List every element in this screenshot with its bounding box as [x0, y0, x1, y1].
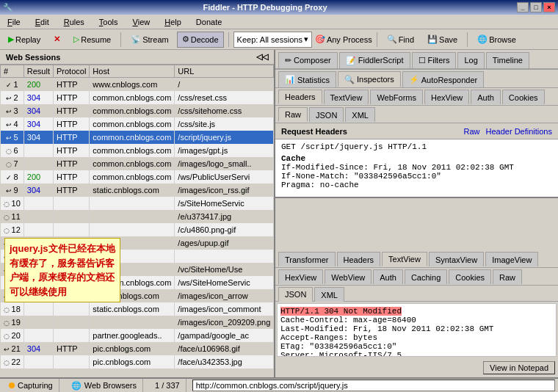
autoresponder-icon: ⚡ [409, 75, 419, 84]
subtab-auth[interactable]: Auth [471, 90, 501, 104]
table-row[interactable]: ✓ 1200HTTPwww.cnblogs.com/ [1, 78, 274, 91]
titlebar-title: Fiddler - HTTP Debugging Proxy [203, 3, 327, 12]
table-row[interactable]: ↩ 5304HTTPcommon.cnblogs.com/script/jque… [1, 131, 274, 144]
decode-button[interactable]: ⚙ Decode [177, 32, 224, 48]
table-row[interactable]: ◌ 20partner.googleads../gampad/google_ac [1, 329, 274, 342]
titlebar-icon: 🔧 [3, 3, 13, 12]
col-header-result[interactable]: Result [23, 65, 53, 78]
table-row[interactable]: ↩ 2304HTTPcommon.cnblogs.com/css/reset.c… [1, 91, 274, 104]
response-raw-tab-row: JSON XML [275, 286, 558, 302]
subtab-caching[interactable]: Caching [405, 269, 447, 284]
tab-inspectors[interactable]: 🔍 Inspectors [338, 71, 401, 87]
resume-button[interactable]: ▷ Resume [68, 32, 116, 48]
menu-tools[interactable]: Tools [95, 16, 123, 28]
main-tab-row: ✏ Composer 📝 FiddlerScript ☐ Filters Log… [275, 50, 558, 69]
table-row[interactable]: ✓ 8200HTTPcommon.cnblogs.com/ws/PublicUs… [1, 170, 274, 184]
window-controls[interactable]: _ □ × [517, 2, 555, 12]
subtab-json[interactable]: JSON [309, 107, 344, 122]
subtab-hexview[interactable]: HexView [424, 90, 469, 104]
subtab-transformer[interactable]: Transformer [278, 252, 336, 266]
table-row[interactable]: ◌ 18static.cnblogs.com/images/icon_commo… [1, 302, 274, 316]
browser-label: Web Browsers [84, 381, 137, 390]
replay-icon: ▶ [8, 35, 14, 44]
x-icon: ✕ [54, 35, 60, 44]
maximize-button[interactable]: □ [530, 2, 542, 12]
subtab-cookies[interactable]: Cookies [502, 90, 545, 104]
subtab-webview2[interactable]: WebView [325, 269, 372, 284]
replay-button[interactable]: ▶ Replay [3, 32, 46, 48]
menu-edit[interactable]: Edit [31, 16, 54, 28]
sessions-data-table: # Result Protocol Host URL ✓ 1200HTTPwww… [0, 65, 274, 369]
collapse-icon[interactable]: ◁◁ [256, 52, 268, 62]
raw-link[interactable]: Raw [463, 127, 479, 136]
subtab-webforms[interactable]: WebForms [370, 90, 423, 104]
table-row[interactable]: ↩ 4304HTTPcommon.cnblogs.com/css/site.js [1, 117, 274, 131]
table-row[interactable]: ◌ 6HTTPcommon.cnblogs.com/images/gpt.js [1, 144, 274, 157]
subtab-xml[interactable]: XML [345, 107, 375, 122]
menu-rules[interactable]: Rules [59, 16, 89, 28]
tab-filters[interactable]: ☐ Filters [412, 52, 457, 68]
subtab-hexview2[interactable]: HexView [278, 269, 323, 284]
page-info: 1 / 337 [149, 379, 186, 392]
table-row[interactable]: ↩ 21304HTTPpic.cnblogs.com/face/u106968.… [1, 342, 274, 355]
left-panel: Web Sessions ◁◁ # Result Protocol Host U… [0, 50, 275, 377]
menu-view[interactable]: View [128, 16, 155, 28]
cache-item-3: Pragma: no-cache [281, 181, 552, 189]
response-line-4: Accept-Ranges: bytes [280, 333, 553, 342]
resp-tab-xml[interactable]: XML [314, 287, 344, 302]
tab-statistics[interactable]: 📊 Statistics [278, 71, 336, 87]
right-bottom-area: Transformer Headers TextView SyntaxView … [275, 250, 558, 377]
menu-help[interactable]: Help [160, 16, 186, 28]
table-row[interactable]: ◌ 22pic.cnblogs.com/face/u342353.jpg [1, 355, 274, 369]
subtab-imageview[interactable]: ImageView [485, 252, 538, 266]
find-button[interactable]: 🔍 Find [382, 32, 419, 48]
subtab-textview[interactable]: TextView [324, 90, 369, 104]
save-button[interactable]: 💾 Save [422, 32, 463, 48]
keep-sessions-dropdown[interactable]: Keep: All sessions ▾ [233, 32, 312, 48]
sessions-table[interactable]: # Result Protocol Host URL ✓ 1200HTTPwww… [0, 65, 274, 377]
remove-button[interactable]: ✕ [48, 32, 65, 48]
view-notepad-button[interactable]: View in Notepad [483, 361, 555, 374]
notepad-btn-row: View in Notepad [275, 358, 558, 377]
tab-timeline[interactable]: Timeline [486, 52, 529, 68]
subtab-headers2[interactable]: Headers [337, 252, 381, 266]
minimize-button[interactable]: _ [517, 2, 529, 12]
col-header-url[interactable]: URL [175, 65, 274, 78]
resume-icon: ▷ [73, 35, 79, 44]
resp-tab-json[interactable]: JSON [278, 287, 313, 302]
process-selector[interactable]: 🎯 Any Process [315, 35, 372, 44]
cache-item-1: If-Modified-Since: Fri, 18 Nov 2011 02:0… [281, 163, 552, 172]
raw-subtab-row: Raw JSON XML [275, 106, 558, 123]
table-row[interactable]: ◌ 19/images/icon_209209.png [1, 316, 274, 329]
header-defs-link[interactable]: Header Definitions [486, 127, 553, 136]
table-row[interactable]: ◌ 12/c/u4860.png-gif [1, 223, 274, 236]
table-row[interactable]: ◌ 7HTTPcommon.cnblogs.com/images/logo_sm… [1, 157, 274, 170]
table-row[interactable]: ↩ 9304HTTPstatic.cnblogs.com/images/icon… [1, 184, 274, 197]
tab-log[interactable]: Log [457, 52, 484, 68]
tab-composer[interactable]: ✏ Composer [278, 52, 338, 68]
stream-button[interactable]: 📡 Stream [126, 32, 173, 48]
filters-checkbox-icon: ☐ [418, 56, 426, 65]
table-row[interactable]: ↩ 3304HTTPcommon.cnblogs.com/css/sitehom… [1, 104, 274, 117]
table-row[interactable]: ◌ 11/e/u373417.jpg [1, 210, 274, 223]
browse-button[interactable]: 🌐 Browse [472, 32, 521, 48]
composer-icon: ✏ [285, 56, 291, 65]
subtab-cookies2[interactable]: Cookies [449, 269, 491, 284]
col-header-num[interactable]: # [1, 65, 24, 78]
subtab-syntaxview[interactable]: SyntaxView [429, 252, 484, 266]
col-header-protocol[interactable]: Protocol [53, 65, 89, 78]
subtab-textview2[interactable]: TextView [382, 252, 427, 266]
close-button[interactable]: × [543, 2, 555, 12]
menu-donate[interactable]: Donate [192, 16, 226, 28]
subtab-headers[interactable]: Headers [278, 90, 322, 104]
table-row[interactable]: ◌ 10/s/SiteHomeServic [1, 197, 274, 210]
subtab-raw[interactable]: Raw [278, 107, 308, 122]
subtab-auth2[interactable]: Auth [373, 269, 403, 284]
tab-autoresponder[interactable]: ⚡ AutoResponder [402, 71, 484, 87]
tooltip-overlay: jquery.js文件已经在本地 有缓存了，服务器告诉客 户端，原来缓存的文档还… [4, 238, 120, 302]
tab-fiddlerscript[interactable]: 📝 FiddlerScript [339, 52, 410, 68]
subtab-raw2[interactable]: Raw [493, 269, 522, 284]
menu-file[interactable]: File [3, 16, 25, 28]
col-header-host[interactable]: Host [90, 65, 175, 78]
separator4 [467, 32, 468, 47]
